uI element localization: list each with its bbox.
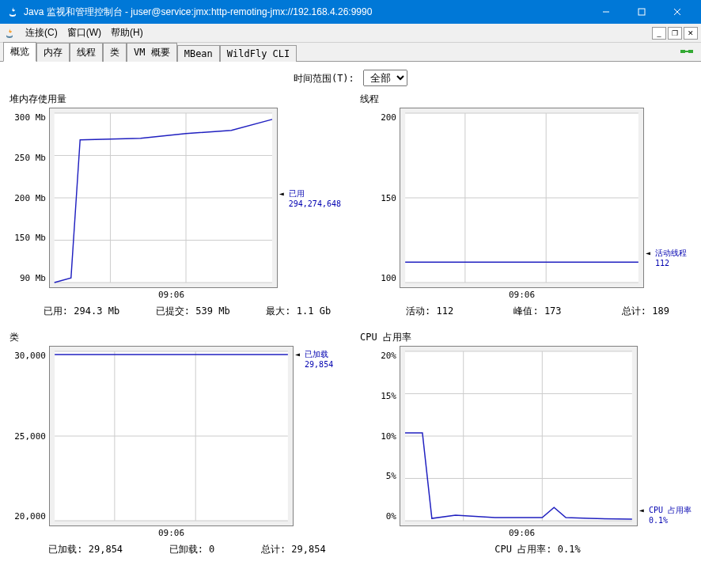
window-title: Java 监视和管理控制台 - juser@service:jmx:http-r… — [24, 6, 588, 19]
menu-help[interactable]: 帮助(H) — [106, 25, 148, 41]
cpu-stats: CPU 占用率: 0.1% — [360, 543, 692, 556]
classes-legend: ◄ 已加载 29,854 — [294, 349, 341, 369]
heap-chart-cell: 堆内存使用量 300 Mb 250 Mb 200 Mb 150 Mb 90 Mb — [9, 93, 341, 318]
tab-wildfly-cli[interactable]: WildFly CLI — [220, 45, 297, 62]
tab-overview[interactable]: 概览 — [3, 42, 36, 62]
threads-y-axis: 200 150 100 — [360, 108, 400, 288]
threads-x-axis: 09:06 — [360, 290, 692, 300]
classes-chart-cell: 类 30,000 25,000 20,000 — [9, 331, 341, 556]
cpu-chart-title: CPU 占用率 — [360, 331, 692, 344]
classes-chart-title: 类 — [9, 331, 341, 344]
cpu-y-axis: 20% 15% 10% 5% 0% — [360, 346, 400, 526]
minimize-button[interactable] — [588, 0, 623, 24]
classes-plot[interactable] — [49, 346, 294, 526]
menu-window[interactable]: 窗口(W) — [63, 25, 106, 41]
tab-classes[interactable]: 类 — [103, 43, 127, 62]
cpu-legend: ◄ CPU 占用率 0.1% — [638, 505, 692, 525]
time-range-control: 时间范围(T): 全部 — [9, 70, 692, 86]
time-range-select[interactable]: 全部 — [363, 70, 407, 86]
threads-plot[interactable] — [400, 108, 644, 288]
close-button[interactable] — [659, 0, 695, 24]
tab-mbeans[interactable]: MBean — [177, 45, 220, 62]
threads-legend: ◄ 活动线程 112 — [644, 248, 692, 267]
java-icon — [3, 27, 16, 40]
svg-rect-5 — [688, 50, 693, 53]
classes-y-axis: 30,000 25,000 20,000 — [9, 346, 49, 526]
tabbar: 概览 内存 线程 类 VM 概要 MBean WildFly CLI — [0, 43, 701, 62]
svg-rect-4 — [680, 50, 685, 53]
tab-vm-summary[interactable]: VM 概要 — [127, 43, 177, 62]
heap-plot[interactable] — [49, 108, 278, 288]
heap-chart-title: 堆内存使用量 — [9, 93, 341, 106]
content-area: 时间范围(T): 全部 堆内存使用量 300 Mb 250 Mb 200 Mb … — [0, 62, 701, 588]
threads-chart-title: 线程 — [360, 93, 692, 106]
time-range-label: 时间范围(T): — [294, 73, 354, 84]
menubar: 连接(C) 窗口(W) 帮助(H) _ ❐ ✕ — [0, 24, 701, 43]
classes-x-axis: 09:06 — [9, 528, 341, 538]
child-restore-button[interactable]: ❐ — [668, 27, 682, 40]
tab-threads[interactable]: 线程 — [70, 43, 103, 62]
tab-memory[interactable]: 内存 — [36, 43, 70, 62]
menu-connect[interactable]: 连接(C) — [21, 25, 63, 41]
cpu-plot[interactable] — [400, 346, 638, 526]
heap-legend: ◄ 已用 294,274,648 — [278, 188, 341, 208]
threads-stats: 活动: 112 峰值: 173 总计: 189 — [360, 305, 692, 318]
threads-chart-cell: 线程 200 150 100 — [360, 93, 692, 318]
cpu-chart-cell: CPU 占用率 20% 15% 10% 5% 0% — [360, 331, 692, 556]
connection-status-icon — [679, 45, 695, 58]
child-close-button[interactable]: ✕ — [684, 27, 698, 40]
svg-rect-1 — [638, 9, 645, 15]
child-minimize-button[interactable]: _ — [652, 27, 666, 40]
heap-stats: 已用: 294.3 Mb 已提交: 539 Mb 最大: 1.1 Gb — [9, 305, 341, 318]
heap-x-axis: 09:06 — [9, 290, 341, 300]
classes-stats: 已加载: 29,854 已卸载: 0 总计: 29,854 — [9, 543, 341, 556]
maximize-button[interactable] — [623, 0, 659, 24]
cpu-x-axis: 09:06 — [360, 528, 692, 538]
heap-y-axis: 300 Mb 250 Mb 200 Mb 150 Mb 90 Mb — [9, 108, 49, 288]
java-icon — [6, 6, 19, 18]
window-titlebar: Java 监视和管理控制台 - juser@service:jmx:http-r… — [0, 0, 701, 24]
